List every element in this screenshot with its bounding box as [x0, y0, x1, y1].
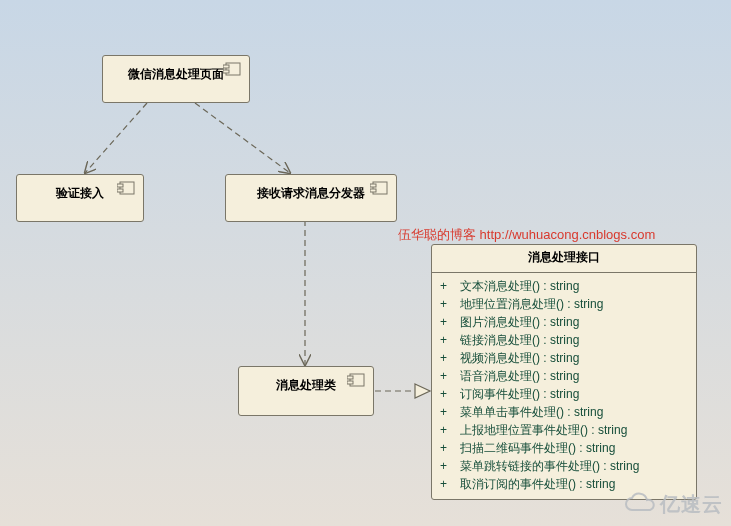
blog-watermark: 伍华聪的博客 http://wuhuacong.cnblogs.com: [398, 226, 655, 244]
cloud-icon: [622, 492, 656, 517]
operation-signature: 上报地理位置事件处理() : string: [460, 421, 627, 439]
component-icon: [223, 62, 241, 76]
visibility-public: +: [440, 295, 450, 313]
uml-component-handler: 消息处理类: [238, 366, 374, 416]
visibility-public: +: [440, 367, 450, 385]
operation-row: +订阅事件处理() : string: [440, 385, 688, 403]
visibility-public: +: [440, 385, 450, 403]
uml-component-dispatcher: 接收请求消息分发器: [225, 174, 397, 222]
operation-row: +上报地理位置事件处理() : string: [440, 421, 688, 439]
operation-signature: 图片消息处理() : string: [460, 313, 579, 331]
component-icon: [347, 373, 365, 387]
operation-signature: 语音消息处理() : string: [460, 367, 579, 385]
operation-signature: 菜单单击事件处理() : string: [460, 403, 603, 421]
operation-signature: 地理位置消息处理() : string: [460, 295, 603, 313]
svg-marker-4: [415, 384, 430, 398]
operation-signature: 菜单跳转链接的事件处理() : string: [460, 457, 639, 475]
visibility-public: +: [440, 475, 450, 493]
operation-row: +扫描二维码事件处理() : string: [440, 439, 688, 457]
visibility-public: +: [440, 421, 450, 439]
svg-rect-6: [223, 65, 229, 68]
visibility-public: +: [440, 277, 450, 295]
brand-text: 亿速云: [660, 491, 723, 518]
operation-row: +菜单单击事件处理() : string: [440, 403, 688, 421]
operation-signature: 订阅事件处理() : string: [460, 385, 579, 403]
brand-watermark: 亿速云: [622, 491, 723, 518]
svg-rect-7: [223, 70, 229, 73]
operation-signature: 取消订阅的事件处理() : string: [460, 475, 615, 493]
operation-signature: 视频消息处理() : string: [460, 349, 579, 367]
uml-interface-message-handler: 消息处理接口 +文本消息处理() : string+地理位置消息处理() : s…: [431, 244, 697, 500]
visibility-public: +: [440, 403, 450, 421]
operation-row: +菜单跳转链接的事件处理() : string: [440, 457, 688, 475]
operation-row: +链接消息处理() : string: [440, 331, 688, 349]
operation-row: +地理位置消息处理() : string: [440, 295, 688, 313]
uml-component-page: 微信消息处理页面: [102, 55, 250, 103]
svg-rect-16: [347, 381, 353, 384]
svg-rect-12: [370, 184, 376, 187]
operation-row: +文本消息处理() : string: [440, 277, 688, 295]
component-icon: [370, 181, 388, 195]
svg-rect-15: [347, 376, 353, 379]
visibility-public: +: [440, 331, 450, 349]
svg-rect-10: [117, 189, 123, 192]
visibility-public: +: [440, 349, 450, 367]
visibility-public: +: [440, 313, 450, 331]
svg-rect-9: [117, 184, 123, 187]
visibility-public: +: [440, 457, 450, 475]
component-icon: [117, 181, 135, 195]
operation-signature: 文本消息处理() : string: [460, 277, 579, 295]
operation-row: +图片消息处理() : string: [440, 313, 688, 331]
svg-rect-13: [370, 189, 376, 192]
uml-component-verify: 验证接入: [16, 174, 144, 222]
svg-line-0: [85, 103, 147, 173]
visibility-public: +: [440, 439, 450, 457]
interface-title: 消息处理接口: [432, 245, 696, 273]
operation-row: +视频消息处理() : string: [440, 349, 688, 367]
operation-signature: 扫描二维码事件处理() : string: [460, 439, 615, 457]
interface-operations: +文本消息处理() : string+地理位置消息处理() : string+图…: [432, 273, 696, 499]
svg-line-1: [195, 103, 290, 173]
operation-row: +语音消息处理() : string: [440, 367, 688, 385]
operation-signature: 链接消息处理() : string: [460, 331, 579, 349]
